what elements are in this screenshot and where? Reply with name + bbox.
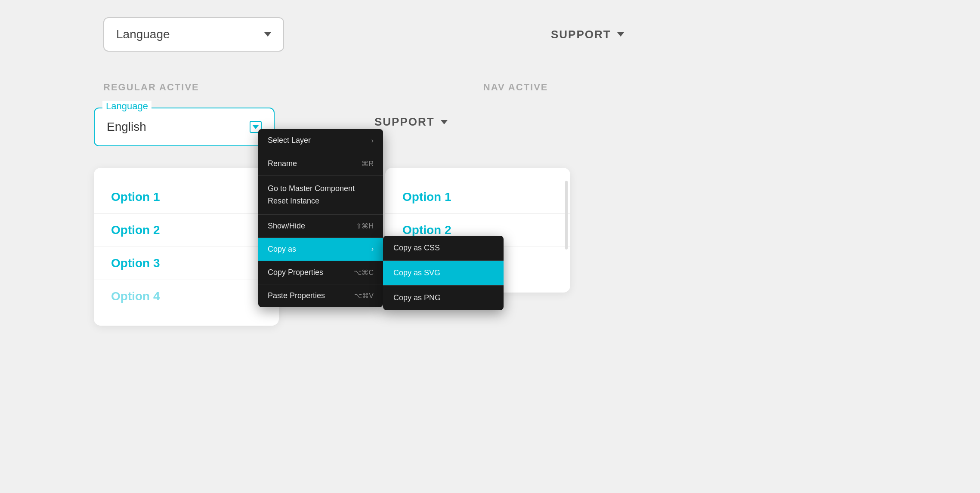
- left-option-1[interactable]: Option 1: [94, 181, 279, 214]
- context-menu-copy-properties[interactable]: Copy Properties ⌥⌘C: [258, 261, 383, 284]
- select-layer-label: Select Layer: [268, 136, 311, 145]
- copy-properties-shortcut: ⌥⌘C: [354, 268, 374, 277]
- copy-as-submenu: Copy as CSS Copy as SVG Copy as PNG: [383, 236, 504, 310]
- select-layer-arrow-icon: ›: [371, 137, 374, 145]
- reset-instance-label: Reset Instance: [268, 195, 374, 207]
- master-component-label: Go to Master Component: [268, 182, 374, 195]
- show-hide-shortcut: ⇧⌘H: [356, 222, 374, 230]
- nav-active-label: NAV ACTIVE: [483, 82, 548, 93]
- right-option-1[interactable]: Option 1: [385, 181, 570, 214]
- active-dropdown-area: Language English: [94, 108, 275, 146]
- rename-label: Rename: [268, 159, 297, 168]
- rename-shortcut: ⌘R: [362, 160, 374, 168]
- context-menu: Select Layer › Rename ⌘R Go to Master Co…: [258, 129, 383, 307]
- context-menu-paste-properties[interactable]: Paste Properties ⌥⌘V: [258, 284, 383, 307]
- dropdown-arrow-cyan-icon: [252, 125, 259, 129]
- left-option-3[interactable]: Option 3: [94, 247, 279, 280]
- language-dropdown-inactive[interactable]: Language: [103, 17, 284, 52]
- copy-properties-label: Copy Properties: [268, 268, 323, 277]
- nav-support-active[interactable]: SUPPORT: [374, 115, 448, 129]
- copy-as-label: Copy as: [268, 245, 296, 254]
- regular-active-label: REGULAR ACTIVE: [103, 82, 199, 93]
- paste-properties-shortcut: ⌥⌘V: [354, 292, 374, 300]
- top-section: Language SUPPORT: [0, 17, 980, 52]
- show-hide-label: Show/Hide: [268, 222, 305, 231]
- left-option-4[interactable]: Option 4: [94, 280, 279, 313]
- support-label: SUPPORT: [551, 28, 611, 41]
- copy-as-css[interactable]: Copy as CSS: [383, 236, 504, 261]
- language-label: Language: [116, 28, 170, 41]
- context-menu-copy-as[interactable]: Copy as › Copy as CSS Copy as SVG Copy a…: [258, 238, 383, 261]
- copy-as-png[interactable]: Copy as PNG: [383, 286, 504, 310]
- nav-support-arrow-icon: [441, 120, 448, 124]
- support-dropdown-arrow-icon: [617, 32, 624, 37]
- support-nav[interactable]: SUPPORT: [551, 28, 624, 41]
- paste-properties-label: Paste Properties: [268, 291, 325, 300]
- context-menu-master-component[interactable]: Go to Master Component Reset Instance: [258, 176, 383, 215]
- copy-as-arrow-icon: ›: [371, 245, 374, 253]
- context-menu-rename[interactable]: Rename ⌘R: [258, 152, 383, 176]
- scrollbar[interactable]: [565, 181, 568, 250]
- context-menu-show-hide[interactable]: Show/Hide ⇧⌘H: [258, 215, 383, 238]
- nav-support-text: SUPPORT: [374, 115, 435, 129]
- canvas: Language SUPPORT REGULAR ACTIVE NAV ACTI…: [0, 0, 980, 493]
- section-labels: REGULAR ACTIVE NAV ACTIVE: [0, 82, 980, 93]
- dropdown-value: English: [107, 120, 146, 134]
- copy-as-svg[interactable]: Copy as SVG: [383, 261, 504, 286]
- dropdown-arrow-icon: [264, 32, 271, 37]
- floating-label: Language: [102, 101, 151, 112]
- option-list-left: Option 1 Option 2 Option 3 Option 4: [94, 168, 279, 326]
- context-menu-select-layer[interactable]: Select Layer ›: [258, 129, 383, 152]
- language-dropdown-active[interactable]: Language English: [94, 108, 275, 146]
- left-option-2[interactable]: Option 2: [94, 214, 279, 247]
